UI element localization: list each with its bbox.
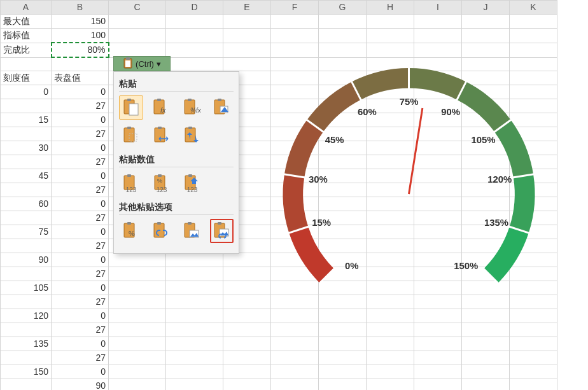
paste-link-button[interactable] (150, 219, 174, 243)
cell[interactable]: 完成比 (1, 43, 52, 57)
cell[interactable] (414, 365, 462, 379)
cell[interactable] (510, 351, 557, 365)
table-row[interactable]: 最大值150 (1, 15, 557, 29)
cell[interactable] (109, 15, 166, 29)
cell[interactable]: 105 (1, 281, 52, 295)
cell[interactable] (109, 351, 166, 365)
cell[interactable] (166, 253, 223, 267)
cell[interactable]: 27 (52, 127, 109, 141)
cell[interactable] (319, 365, 367, 379)
cell[interactable] (271, 15, 319, 29)
cell[interactable] (166, 43, 223, 57)
cell[interactable] (319, 379, 367, 390)
cell[interactable] (462, 351, 510, 365)
col-header[interactable]: B (52, 1, 109, 15)
cell[interactable] (166, 365, 223, 379)
col-header[interactable]: G (319, 1, 367, 15)
cell[interactable]: 0 (52, 281, 109, 295)
cell[interactable] (166, 295, 223, 309)
cell[interactable] (109, 29, 166, 43)
cell[interactable]: 指标值 (1, 29, 52, 43)
cell[interactable] (166, 57, 223, 71)
cell[interactable]: 27 (52, 155, 109, 169)
col-header[interactable]: I (414, 1, 462, 15)
cell[interactable] (109, 323, 166, 337)
paste-formulas-button[interactable]: fx (150, 95, 174, 120)
cell[interactable] (1, 127, 52, 141)
cell[interactable]: 27 (52, 99, 109, 113)
cell[interactable] (319, 351, 367, 365)
cell[interactable]: 最大值 (1, 15, 52, 29)
paste-formatting-button[interactable]: % (119, 219, 143, 243)
cell[interactable]: 27 (52, 211, 109, 225)
paste-keep-source-fmt-button[interactable] (210, 95, 234, 120)
cell[interactable] (367, 15, 414, 29)
cell[interactable]: 0 (52, 169, 109, 183)
col-header[interactable]: A (1, 1, 52, 15)
cell[interactable] (462, 365, 510, 379)
cell[interactable] (367, 379, 414, 390)
col-header[interactable]: F (271, 1, 319, 15)
cell[interactable] (367, 365, 414, 379)
cell[interactable] (1, 183, 52, 197)
cell[interactable]: 表盘值 (52, 71, 109, 85)
paste-values-button[interactable]: 123 (119, 171, 143, 195)
cell[interactable] (223, 15, 271, 29)
col-header[interactable]: K (510, 1, 557, 15)
cell[interactable]: 150 (1, 365, 52, 379)
cell[interactable] (109, 337, 166, 351)
cell[interactable] (510, 379, 557, 390)
cell[interactable] (414, 351, 462, 365)
cell[interactable]: 135 (1, 337, 52, 351)
paste-options-button[interactable]: (Ctrl) ▾ (113, 56, 171, 71)
cell[interactable] (319, 15, 367, 29)
cell[interactable]: 27 (52, 323, 109, 337)
table-row[interactable]: 1500 (1, 365, 557, 379)
cell[interactable] (166, 267, 223, 281)
table-row[interactable]: 27 (1, 351, 557, 365)
cell[interactable]: 27 (52, 183, 109, 197)
cell[interactable] (462, 379, 510, 390)
cell[interactable] (1, 155, 52, 169)
cell[interactable] (109, 309, 166, 323)
paste-values-numfmt-button[interactable]: % 123 (150, 171, 174, 195)
cell[interactable] (166, 15, 223, 29)
cell[interactable]: 0 (52, 85, 109, 99)
cell[interactable]: 27 (52, 295, 109, 309)
cell[interactable]: 0 (52, 253, 109, 267)
cell[interactable]: 90 (1, 253, 52, 267)
cell[interactable] (1, 323, 52, 337)
cell[interactable]: 0 (52, 309, 109, 323)
col-header[interactable]: H (367, 1, 414, 15)
cell[interactable] (1, 57, 52, 71)
cell[interactable] (223, 351, 271, 365)
cell[interactable] (1, 99, 52, 113)
cell[interactable] (1, 379, 52, 390)
cell[interactable] (166, 379, 223, 390)
cell[interactable] (223, 365, 271, 379)
cell[interactable] (109, 281, 166, 295)
cell[interactable] (510, 15, 557, 29)
col-header[interactable]: J (462, 1, 510, 15)
cell[interactable]: 刻度值 (1, 71, 52, 85)
cell[interactable]: 0 (52, 197, 109, 211)
paste-transpose-button[interactable] (180, 123, 204, 148)
cell[interactable] (166, 351, 223, 365)
cell[interactable] (109, 365, 166, 379)
cell[interactable]: 120 (1, 309, 52, 323)
cell[interactable] (414, 379, 462, 390)
cell[interactable] (271, 351, 319, 365)
cell[interactable] (271, 365, 319, 379)
cell[interactable]: 27 (52, 351, 109, 365)
cell[interactable]: 15 (1, 113, 52, 127)
cell[interactable] (1, 211, 52, 225)
cell[interactable]: 0 (52, 337, 109, 351)
cell[interactable] (1, 295, 52, 309)
cell[interactable]: 27 (52, 267, 109, 281)
cell[interactable] (109, 379, 166, 390)
table-row[interactable]: 90 (1, 379, 557, 390)
cell[interactable] (109, 43, 166, 57)
gauge-chart[interactable]: 0%15%30%45%60%75%90%105%120%135%150% (251, 35, 566, 340)
col-header[interactable]: C (109, 1, 166, 15)
cell[interactable] (166, 309, 223, 323)
